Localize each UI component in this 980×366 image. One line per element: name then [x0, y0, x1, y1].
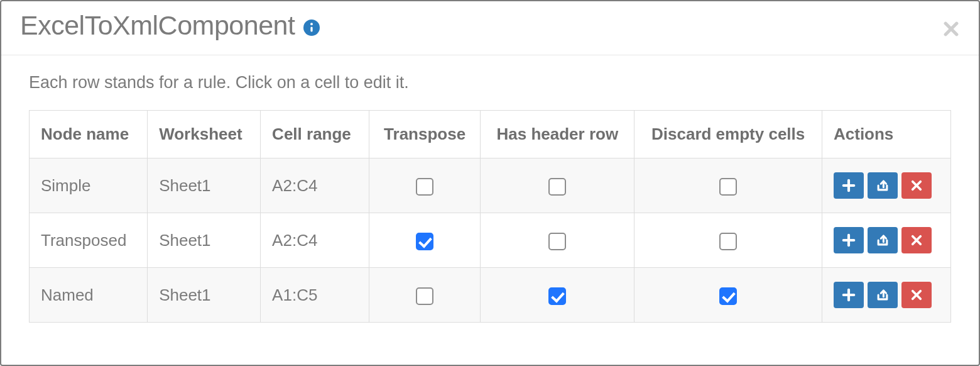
cell-discard-empty[interactable]: [634, 268, 822, 323]
plus-icon: [842, 233, 856, 247]
col-discard-empty: Discard empty cells: [634, 111, 822, 158]
col-transpose: Transpose: [369, 111, 480, 158]
cell-node-name[interactable]: Transposed: [30, 213, 148, 268]
checkbox[interactable]: [719, 178, 737, 196]
checkbox[interactable]: [416, 233, 433, 250]
close-icon: [910, 234, 923, 247]
export-row-button[interactable]: [868, 227, 898, 253]
export-icon: [876, 233, 890, 247]
export-icon: [876, 179, 890, 192]
cell-actions: [822, 213, 950, 268]
plus-icon: [842, 288, 856, 302]
table-row: TransposedSheet1A2:C4: [30, 213, 951, 268]
cell-cell-range[interactable]: A1:C5: [261, 268, 369, 323]
delete-row-button[interactable]: [901, 172, 932, 199]
table-row: SimpleSheet1A2:C4: [30, 158, 951, 213]
checkbox[interactable]: [416, 287, 433, 305]
checkbox[interactable]: [548, 233, 566, 250]
checkbox[interactable]: [548, 178, 566, 196]
col-has-header: Has header row: [481, 111, 634, 158]
rules-table: Node name Worksheet Cell range Transpose…: [29, 110, 951, 323]
checkbox[interactable]: [548, 287, 566, 305]
table-row: NamedSheet1A1:C5: [30, 268, 951, 323]
close-icon: [910, 179, 923, 192]
cell-has-header[interactable]: [481, 213, 634, 268]
col-actions: Actions: [822, 111, 950, 158]
panel-body: Each row stands for a rule. Click on a c…: [1, 55, 979, 341]
col-cell-range: Cell range: [261, 111, 369, 158]
export-row-button[interactable]: [868, 172, 898, 199]
table-header-row: Node name Worksheet Cell range Transpose…: [30, 111, 951, 158]
export-icon: [876, 288, 890, 302]
cell-node-name[interactable]: Named: [30, 268, 148, 323]
delete-row-button[interactable]: [901, 227, 932, 253]
panel-header: ExcelToXmlComponent: [1, 1, 979, 55]
col-node-name: Node name: [30, 111, 148, 158]
checkbox[interactable]: [416, 178, 433, 196]
cell-node-name[interactable]: Simple: [30, 158, 148, 213]
cell-has-header[interactable]: [481, 158, 634, 213]
svg-rect-1: [311, 26, 313, 31]
add-row-button[interactable]: [834, 227, 864, 253]
add-row-button[interactable]: [834, 282, 864, 308]
cell-has-header[interactable]: [481, 268, 634, 323]
cell-actions: [822, 268, 950, 323]
cell-discard-empty[interactable]: [634, 213, 822, 268]
cell-actions: [822, 158, 950, 213]
instructions-text: Each row stands for a rule. Click on a c…: [29, 73, 960, 92]
export-row-button[interactable]: [868, 282, 898, 308]
panel-title: ExcelToXmlComponent: [20, 10, 295, 41]
cell-worksheet[interactable]: Sheet1: [148, 213, 261, 268]
delete-row-button[interactable]: [901, 282, 932, 308]
cell-cell-range[interactable]: A2:C4: [261, 213, 369, 268]
close-icon[interactable]: [942, 20, 960, 38]
plus-icon: [842, 179, 856, 192]
cell-discard-empty[interactable]: [634, 158, 822, 213]
cell-transpose[interactable]: [369, 268, 480, 323]
close-icon: [910, 289, 923, 301]
cell-cell-range[interactable]: A2:C4: [261, 158, 369, 213]
cell-transpose[interactable]: [369, 158, 480, 213]
svg-point-2: [310, 23, 313, 25]
checkbox[interactable]: [719, 233, 737, 250]
add-row-button[interactable]: [834, 172, 864, 199]
info-icon[interactable]: [303, 19, 320, 36]
checkbox[interactable]: [719, 287, 737, 305]
cell-transpose[interactable]: [369, 213, 480, 268]
col-worksheet: Worksheet: [148, 111, 261, 158]
cell-worksheet[interactable]: Sheet1: [148, 158, 261, 213]
component-panel: ExcelToXmlComponent Each row stands for …: [0, 0, 980, 366]
cell-worksheet[interactable]: Sheet1: [148, 268, 261, 323]
